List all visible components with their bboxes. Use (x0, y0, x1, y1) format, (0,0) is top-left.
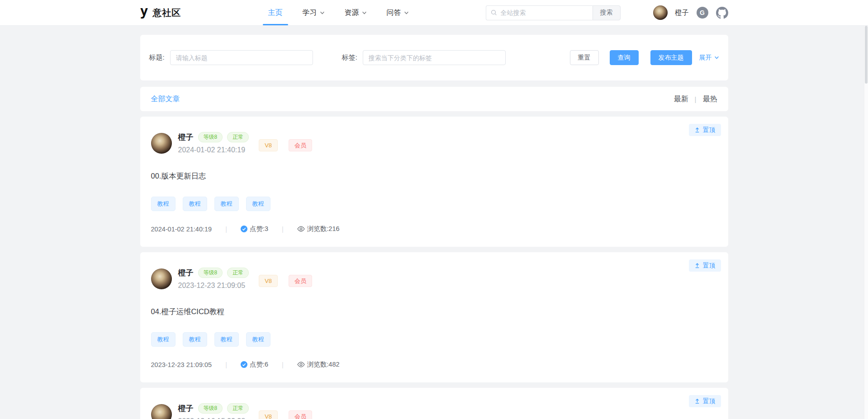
author-name[interactable]: 橙子 (178, 132, 194, 142)
status-badge: 正常 (227, 268, 249, 278)
views-label: 浏览数:216 (307, 225, 340, 233)
nav-item-learn-label: 学习 (303, 8, 317, 18)
views-stat: 浏览数:482 (297, 360, 340, 369)
status-badge: 正常 (227, 132, 249, 142)
post-tag[interactable]: 教程 (183, 197, 207, 211)
author-avatar[interactable] (151, 404, 172, 419)
reset-button[interactable]: 重置 (570, 50, 599, 65)
pin-top-button[interactable]: 置顶 (689, 259, 721, 272)
chevron-down-icon (362, 10, 367, 15)
footer-divider: | (225, 361, 227, 368)
query-button[interactable]: 查询 (610, 50, 639, 65)
site-logo-icon: y (140, 5, 148, 17)
github-icon[interactable] (716, 7, 728, 19)
pin-to-top-icon (694, 127, 700, 133)
status-badge: 正常 (227, 403, 249, 413)
chevron-down-icon (404, 10, 409, 15)
publish-topic-button[interactable]: 发布主题 (650, 50, 692, 65)
like-check-icon (241, 361, 247, 368)
search-input[interactable] (501, 9, 588, 16)
post-title[interactable]: 00.版本更新日志 (151, 171, 716, 181)
post-tag[interactable]: 教程 (214, 332, 239, 347)
eye-icon (297, 362, 305, 367)
post-time: 2023-12-23 21:09:05 (178, 282, 249, 290)
post-title[interactable]: 04.橙子运维CICD教程 (151, 307, 716, 317)
nav-item-learn[interactable]: 学习 (293, 0, 335, 25)
author-name[interactable]: 橙子 (178, 268, 194, 278)
author-name[interactable]: 橙子 (178, 403, 194, 414)
user-name[interactable]: 橙子 (675, 9, 689, 17)
site-logo[interactable]: y 意社区 (140, 7, 181, 19)
views-label: 浏览数:482 (307, 360, 340, 369)
vip-badge: V8 (259, 410, 278, 419)
post-tag[interactable]: 教程 (214, 197, 239, 211)
user-zone: 橙子 G (653, 5, 728, 20)
vip-badge: V8 (259, 275, 278, 287)
filter-tag-label: 标签: (342, 53, 357, 62)
filter-title-field: 标题: (149, 50, 313, 65)
author-avatar[interactable] (151, 268, 172, 289)
title-input[interactable] (170, 50, 313, 65)
post-tag[interactable]: 教程 (246, 332, 270, 347)
post-card: 置顶 橙子 等级8 正常 2024-01-02 21:40:19 V8 会员 0… (140, 117, 728, 247)
user-avatar[interactable] (653, 5, 668, 20)
all-articles-link[interactable]: 全部文章 (151, 94, 180, 104)
scrollbar-track[interactable] (864, 0, 868, 419)
member-badge: 会员 (289, 410, 312, 419)
expand-link[interactable]: 展开 (699, 54, 719, 62)
vip-badge: V8 (259, 139, 278, 152)
post-footer: 2024-01-02 21:40:19 | 点赞:3 | 浏览数:216 (151, 225, 716, 233)
post-tags: 教程 教程 教程 教程 (151, 332, 716, 347)
search-input-wrap (486, 5, 593, 20)
nav-item-home[interactable]: 主页 (258, 0, 293, 25)
site-title: 意社区 (153, 7, 181, 19)
sort-newest[interactable]: 最新 (674, 94, 688, 104)
eye-icon (297, 226, 305, 232)
views-stat: 浏览数:216 (297, 225, 340, 233)
level-badge: 等级8 (198, 403, 223, 413)
main-nav: 主页 学习 资源 问答 (258, 0, 419, 25)
search-button[interactable]: 搜索 (593, 5, 621, 20)
post-tag[interactable]: 教程 (246, 197, 270, 211)
member-badge: 会员 (289, 139, 312, 152)
author-avatar[interactable] (151, 133, 172, 154)
pin-top-label: 置顶 (703, 397, 716, 405)
gitee-icon[interactable]: G (697, 7, 708, 19)
post-time: 2023-12-16 15:22:38 (178, 417, 249, 419)
filter-tag-field: 标签: (342, 50, 506, 65)
nav-item-resources[interactable]: 资源 (335, 0, 377, 25)
post-footer: 2023-12-23 21:09:05 | 点赞:6 | 浏览数:482 (151, 360, 716, 369)
nav-item-qa[interactable]: 问答 (377, 0, 419, 25)
post-card: 置顶 橙子 等级8 正常 2023-12-16 15:22:38 V8 会员 (140, 388, 728, 419)
nav-item-qa-label: 问答 (387, 8, 401, 18)
nav-item-resources-label: 资源 (345, 8, 359, 18)
pin-to-top-icon (694, 398, 700, 404)
sort-hottest[interactable]: 最热 (703, 94, 717, 104)
likes-stat: 点赞:3 (241, 225, 268, 233)
pin-top-button[interactable]: 置顶 (689, 124, 721, 136)
sort-controls: 最新 | 最热 (674, 94, 717, 104)
level-badge: 等级8 (198, 132, 223, 142)
post-tag[interactable]: 教程 (151, 332, 175, 347)
scrollbar-thumb[interactable] (865, 26, 868, 84)
pin-top-button[interactable]: 置顶 (689, 395, 721, 407)
pin-to-top-icon (694, 263, 700, 268)
likes-label: 点赞:6 (250, 360, 268, 369)
nav-item-home-label: 主页 (268, 8, 283, 18)
footer-divider: | (282, 361, 284, 368)
chevron-down-icon (714, 55, 719, 60)
list-header: 全部文章 最新 | 最热 (140, 87, 728, 111)
post-tag[interactable]: 教程 (151, 197, 175, 211)
level-badge: 等级8 (198, 268, 223, 278)
post-tag[interactable]: 教程 (183, 332, 207, 347)
filter-title-label: 标题: (149, 53, 165, 62)
search-icon (491, 9, 497, 16)
post-card: 置顶 橙子 等级8 正常 2023-12-23 21:09:05 V8 会员 0… (140, 252, 728, 382)
filter-actions: 重置 查询 发布主题 展开 (570, 50, 719, 65)
post-footer-time: 2023-12-23 21:09:05 (151, 361, 212, 368)
tag-input[interactable] (363, 50, 506, 65)
chevron-down-icon (320, 10, 325, 15)
pin-top-label: 置顶 (703, 126, 716, 134)
post-time: 2024-01-02 21:40:19 (178, 146, 249, 154)
expand-link-label: 展开 (699, 54, 712, 62)
